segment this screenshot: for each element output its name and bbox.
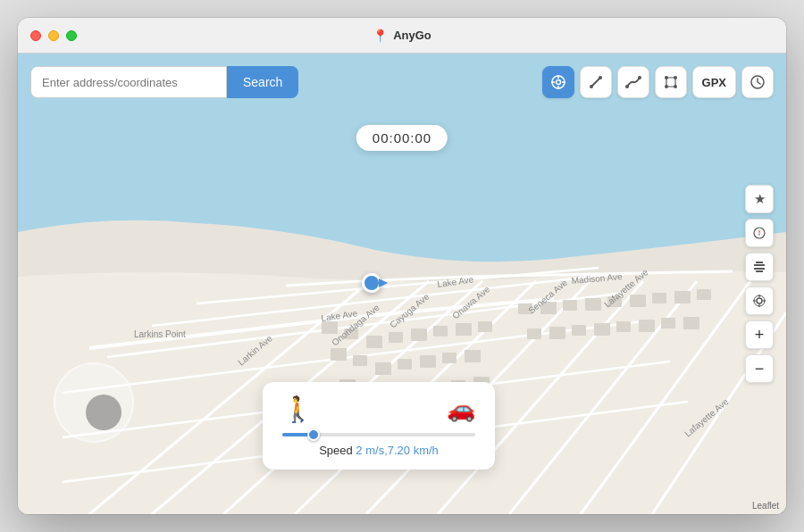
locate-me-button[interactable] xyxy=(745,287,774,315)
svg-rect-45 xyxy=(563,300,577,311)
app-title: AnyGo xyxy=(393,29,431,42)
speed-value: 2 m/s,7.20 km/h xyxy=(356,444,438,457)
multipoint-icon xyxy=(663,74,679,90)
svg-rect-58 xyxy=(661,318,675,328)
joystick-inner xyxy=(86,395,121,430)
svg-rect-52 xyxy=(527,328,541,339)
svg-rect-24 xyxy=(353,355,367,366)
svg-point-78 xyxy=(599,76,602,79)
minimize-button[interactable] xyxy=(48,30,59,41)
svg-rect-57 xyxy=(639,320,655,332)
svg-rect-25 xyxy=(375,362,391,375)
svg-point-79 xyxy=(625,85,629,88)
svg-rect-23 xyxy=(331,348,347,361)
speed-slider-thumb xyxy=(307,428,320,441)
svg-point-91 xyxy=(757,298,762,303)
favorites-button[interactable]: ★ xyxy=(745,185,774,213)
maximize-button[interactable] xyxy=(66,30,77,41)
speed-slider[interactable] xyxy=(282,433,475,436)
map-attribution: Leaflet xyxy=(752,501,779,511)
svg-rect-19 xyxy=(411,328,427,341)
search-button[interactable]: Search xyxy=(227,66,298,98)
layers-icon xyxy=(752,260,766,274)
route2-tool-button[interactable] xyxy=(617,66,649,98)
speed-panel: 🚶 🚗 Speed 2 m/s,7.20 km/h xyxy=(263,382,495,470)
compass-icon xyxy=(752,226,766,240)
speed-text: Speed xyxy=(319,444,356,457)
svg-rect-22 xyxy=(478,321,492,332)
svg-point-86 xyxy=(754,228,765,238)
app-title-area: 📍 AnyGo xyxy=(373,29,431,43)
svg-rect-48 xyxy=(630,295,646,307)
history-icon xyxy=(750,74,766,90)
svg-point-80 xyxy=(638,76,641,79)
app-window: 📍 AnyGo xyxy=(18,18,786,514)
svg-point-77 xyxy=(590,85,593,88)
search-input[interactable] xyxy=(30,66,227,98)
svg-rect-59 xyxy=(683,317,699,329)
location-dot xyxy=(362,273,381,293)
svg-rect-28 xyxy=(442,353,456,363)
traffic-lights xyxy=(30,30,77,41)
title-bar: 📍 AnyGo xyxy=(18,18,786,54)
route1-tool-button[interactable] xyxy=(580,66,612,98)
svg-rect-88 xyxy=(754,268,765,270)
joystick-outer xyxy=(54,362,134,443)
toolbar-right: GPX xyxy=(542,66,774,98)
layers-button[interactable] xyxy=(745,253,774,281)
svg-rect-27 xyxy=(420,355,436,368)
svg-rect-55 xyxy=(594,323,610,336)
svg-rect-54 xyxy=(572,325,586,336)
speed-label: Speed 2 m/s,7.20 km/h xyxy=(282,444,475,457)
zoom-in-button[interactable]: + xyxy=(745,320,774,349)
svg-rect-56 xyxy=(616,321,631,332)
svg-rect-50 xyxy=(674,291,691,303)
timer-badge: 00:00:00 xyxy=(356,125,448,151)
crosshair-tool-button[interactable] xyxy=(542,66,574,98)
walk-icon: 🚶 xyxy=(282,395,314,424)
joystick[interactable] xyxy=(54,362,134,443)
map-container[interactable]: Lake Ave Lake Ave Madison Ave Lafayette … xyxy=(18,54,786,514)
crosshair-icon xyxy=(550,74,566,90)
locate-icon xyxy=(752,294,766,308)
map-controls: ★ xyxy=(745,185,774,383)
svg-rect-18 xyxy=(389,332,403,343)
search-area: Search xyxy=(30,66,298,98)
multipoint-tool-button[interactable] xyxy=(655,66,687,98)
svg-rect-49 xyxy=(652,293,666,303)
svg-rect-89 xyxy=(756,262,763,263)
svg-point-72 xyxy=(556,80,560,85)
close-button[interactable] xyxy=(30,30,41,41)
svg-rect-51 xyxy=(697,289,711,300)
svg-rect-53 xyxy=(549,327,565,339)
svg-rect-87 xyxy=(754,264,765,266)
history-button[interactable] xyxy=(741,66,774,98)
svg-rect-21 xyxy=(456,323,472,336)
svg-rect-29 xyxy=(465,350,481,362)
route1-icon xyxy=(588,74,604,90)
svg-rect-15 xyxy=(322,321,338,334)
speed-panel-icons: 🚶 🚗 xyxy=(282,395,475,424)
gpx-button[interactable]: GPX xyxy=(692,66,736,98)
svg-rect-26 xyxy=(398,359,412,370)
timer-value: 00:00:00 xyxy=(373,130,431,145)
route2-icon xyxy=(625,74,641,90)
location-marker xyxy=(362,273,381,293)
svg-text:Larkins Point: Larkins Point xyxy=(134,329,186,339)
svg-rect-17 xyxy=(366,336,382,348)
svg-rect-90 xyxy=(756,270,763,272)
car-icon: 🚗 xyxy=(447,395,475,423)
compass-button[interactable] xyxy=(745,219,774,247)
toolbar: Search xyxy=(30,66,774,98)
svg-rect-46 xyxy=(585,298,601,311)
zoom-out-button[interactable]: − xyxy=(745,354,774,383)
pin-icon: 📍 xyxy=(373,29,388,43)
svg-rect-20 xyxy=(433,326,448,337)
